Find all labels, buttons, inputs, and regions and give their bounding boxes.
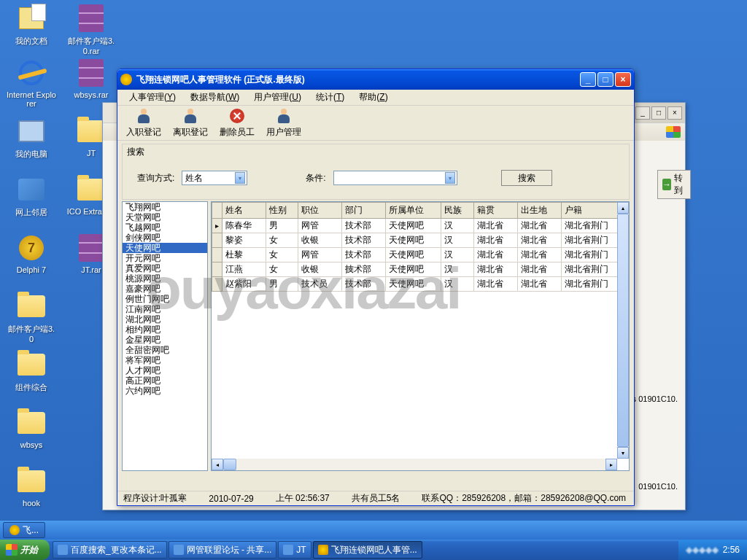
taskbar-item[interactable]: 网管联盟论坛 - 共享... (169, 541, 277, 559)
grid-cell[interactable]: 汉 (441, 277, 473, 292)
sidebar-item[interactable]: 江南网吧 (123, 304, 207, 314)
table-row[interactable]: 黎姿女收银技术部天使网吧汉湖北省湖北省湖北省荆门 (212, 233, 629, 248)
vertical-scrollbar[interactable]: ▴ ▾ (617, 202, 629, 459)
menu-item[interactable]: 数据导航(W) (183, 90, 247, 105)
bg-maximize-button[interactable]: □ (651, 106, 666, 120)
menu-item[interactable]: 帮助(Z) (352, 90, 395, 105)
table-row[interactable]: 江燕女收银技术部天使网吧汉湖北省湖北省湖北省荆门 (212, 262, 629, 277)
desktop-icon[interactable]: hook (6, 467, 57, 508)
scroll-down-button[interactable]: ▾ (617, 447, 629, 459)
employee-grid[interactable]: 姓名性别职位部门所属单位民族籍贯出生地户籍▸陈春华男网管技术部天使网吧汉湖北省湖… (212, 202, 629, 292)
menu-item[interactable]: 人事管理(Y) (122, 90, 183, 105)
scroll-right-button[interactable]: ▸ (605, 459, 617, 470)
desktop-icon[interactable]: 7Delphi 7 (6, 233, 57, 274)
taskbar-item[interactable]: JT (278, 541, 311, 559)
desktop-icon[interactable]: wbsys.rar (66, 58, 117, 99)
menu-item[interactable]: 用户管理(U) (247, 90, 309, 105)
grid-cell[interactable]: 女 (266, 262, 298, 277)
grid-header-cell[interactable]: 民族 (441, 203, 473, 219)
sidebar-item[interactable]: 开元网吧 (123, 253, 207, 263)
grid-cell[interactable]: 汉 (441, 233, 473, 248)
grid-cell[interactable]: 黎姿 (222, 233, 266, 248)
titlebar[interactable]: 飞翔连锁网吧人事管理软件 (正式版.最终版) _ □ × (117, 69, 634, 90)
grid-cell[interactable]: 湖北省 (517, 248, 561, 262)
sidebar-item[interactable]: 全甜密网吧 (123, 345, 207, 355)
desktop-icon[interactable]: 组件综合 (6, 350, 57, 393)
grid-cell[interactable]: 江燕 (222, 262, 266, 277)
grid-cell[interactable]: 汉 (441, 262, 473, 277)
taskbar-top-item[interactable]: 飞... (3, 522, 45, 538)
sidebar-item[interactable]: 相约网吧 (123, 324, 207, 335)
table-row[interactable]: ▸陈春华男网管技术部天使网吧汉湖北省湖北省湖北省荆门 (212, 219, 629, 233)
grid-header-cell[interactable]: 性别 (266, 203, 298, 219)
grid-cell[interactable]: 湖北省 (473, 262, 517, 277)
horizontal-scrollbar[interactable]: ◂ ▸ (212, 459, 617, 470)
taskbar-item[interactable]: 飞翔连锁网吧人事管... (313, 541, 422, 559)
grid-cell[interactable]: 汉 (441, 248, 473, 262)
desktop-icon[interactable]: 我的电脑 (6, 117, 57, 160)
grid-header-cell[interactable]: 职位 (298, 203, 342, 219)
taskbar-item[interactable]: 百度搜索_更改本条记... (53, 541, 167, 559)
scroll-thumb[interactable] (223, 459, 236, 470)
start-button[interactable]: 开始 (0, 540, 50, 560)
grid-cell[interactable]: 天使网吧 (386, 248, 441, 262)
scroll-track[interactable] (223, 459, 605, 470)
toolbar-button[interactable]: 入职登记 (123, 106, 164, 140)
grid-cell[interactable]: 技术部 (342, 233, 386, 248)
grid-cell[interactable]: 陈春华 (222, 219, 266, 233)
grid-cell[interactable]: 赵紫阳 (222, 277, 266, 292)
desktop-icon[interactable]: wbsys (6, 408, 57, 449)
sidebar-item[interactable]: 嘉豪网吧 (123, 284, 207, 294)
grid-cell[interactable]: 技术员 (298, 277, 342, 292)
search-button[interactable]: 搜索 (501, 170, 552, 186)
toolbar-button[interactable]: 用户管理 (263, 106, 304, 140)
grid-cell[interactable]: 网管 (298, 219, 342, 233)
go-button[interactable]: → 转到 (657, 170, 691, 199)
sidebar-item[interactable]: 将军网吧 (123, 355, 207, 365)
table-row[interactable]: 杜黎女网管技术部天使网吧汉湖北省湖北省湖北省荆门 (212, 248, 629, 262)
branch-list[interactable]: 飞翔网吧天堂网吧飞越网吧剑侠网吧天使网吧开元网吧真爱网吧桃源网吧嘉豪网吧例世门网… (122, 201, 208, 471)
grid-cell[interactable]: 男 (266, 219, 298, 233)
sidebar-item[interactable]: 六约网吧 (123, 386, 207, 396)
toolbar-button[interactable]: 离职登记 (170, 106, 211, 140)
grid-cell[interactable]: 女 (266, 248, 298, 262)
search-method-select[interactable]: 姓名 ▾ (182, 171, 247, 185)
desktop-icon[interactable]: 邮件客户端3.0 (6, 292, 57, 343)
desktop-icon[interactable]: Internet Explorer (6, 58, 57, 108)
grid-cell[interactable]: 网管 (298, 248, 342, 262)
maximize-button[interactable]: □ (597, 72, 614, 87)
scroll-track[interactable] (617, 214, 629, 447)
bg-minimize-button[interactable]: _ (635, 106, 650, 120)
sidebar-item[interactable]: 湖北网吧 (123, 314, 207, 324)
grid-cell[interactable]: 汉 (441, 219, 473, 233)
grid-cell[interactable]: 湖北省 (473, 233, 517, 248)
system-tray[interactable]: ◆◆◆◆◆ 2:56 (678, 540, 747, 560)
grid-header-cell[interactable]: 籍贯 (473, 203, 517, 219)
grid-cell[interactable]: 杜黎 (222, 248, 266, 262)
grid-cell[interactable]: 湖北省 (517, 262, 561, 277)
grid-cell[interactable]: 天使网吧 (386, 277, 441, 292)
grid-header-cell[interactable]: 出生地 (517, 203, 561, 219)
grid-cell[interactable]: 技术部 (342, 219, 386, 233)
scroll-up-button[interactable]: ▴ (617, 202, 629, 214)
grid-cell[interactable]: 技术部 (342, 262, 386, 277)
desktop-icon[interactable]: 我的文档 (6, 4, 57, 47)
sidebar-item[interactable]: 飞翔网吧 (123, 202, 207, 212)
sidebar-item[interactable]: 金星网吧 (123, 335, 207, 345)
grid-cell[interactable]: 湖北省 (473, 277, 517, 292)
grid-cell[interactable]: 天使网吧 (386, 233, 441, 248)
search-condition-input[interactable]: ▾ (333, 171, 457, 185)
grid-cell[interactable]: 男 (266, 277, 298, 292)
grid-header-cell[interactable]: 所属单位 (386, 203, 441, 219)
menu-item[interactable]: 统计(T) (309, 90, 352, 105)
sidebar-item[interactable]: 人才网吧 (123, 365, 207, 376)
desktop-icon[interactable]: 网上邻居 (6, 175, 57, 218)
grid-cell[interactable]: 天使网吧 (386, 262, 441, 277)
grid-cell[interactable]: 湖北省 (517, 233, 561, 248)
sidebar-item[interactable]: 飞越网吧 (123, 222, 207, 233)
grid-cell[interactable]: 湖北省 (473, 248, 517, 262)
scroll-thumb[interactable] (617, 214, 629, 447)
grid-cell[interactable]: 收银 (298, 233, 342, 248)
sidebar-item[interactable]: 真爱网吧 (123, 263, 207, 273)
desktop-icon[interactable]: 邮件客户端3.0.rar (66, 4, 117, 55)
